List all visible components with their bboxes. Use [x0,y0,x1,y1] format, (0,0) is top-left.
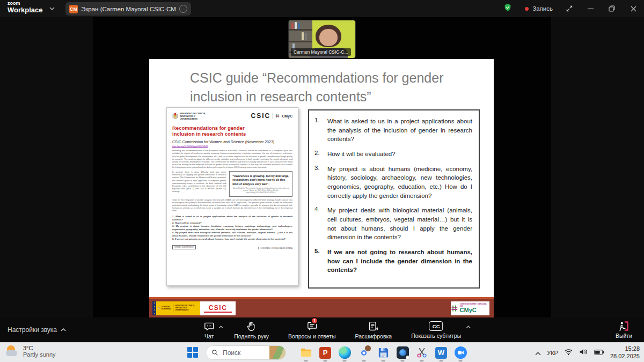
chat-chevron-up-icon[interactable] [218,323,223,330]
powerpoint-icon: P [319,347,331,359]
zoom-control-bar: Настройки звука Чат Поднять руку 1 Вопро… [0,317,644,342]
doc-footer-address: C/ SERRANO, 117 28006 MADRID ESPAÑA [258,247,292,249]
taskbar-dark-app[interactable] [393,343,412,362]
recording-indicator[interactable]: Запись [518,0,559,17]
tray-chevron-up-icon[interactable] [535,348,541,358]
tab-more-button[interactable]: … [179,5,187,13]
security-shield-icon[interactable] [503,3,512,14]
captions-label: Показать субтитры [411,333,461,339]
volume-icon[interactable] [579,348,588,358]
speaker-video-thumbnail[interactable]: Carmen Mayoral CSIC-C... [289,20,355,58]
taskbar-powerpoint[interactable]: P [316,343,335,362]
questions-box: 1. What is asked to us in a project appl… [308,109,480,289]
tab-label: Экран (Carmen Mayoral CSIC-CM [81,6,176,12]
chat-button[interactable]: Чат [203,321,215,339]
cc-icon: CC [429,321,443,331]
meeting-stage: Carmen Mayoral CSIC-C... CSIC guide “Rec… [0,17,644,317]
raise-hand-button[interactable]: Поднять руку [234,321,269,339]
eu-flag-strip [152,301,156,315]
doc-doi-link[interactable]: https://doi.org/10.20350/digitalCSIC/165… [172,145,292,147]
qa-badge: 1 [311,317,318,324]
battery-icon[interactable] [594,348,604,358]
zoom-workplace-logo: zoom Workplace [8,1,43,13]
language-indicator[interactable]: УКР [547,350,558,356]
raise-hand-label: Поднять руку [234,333,269,339]
audio-settings-button[interactable]: Настройки звука [8,326,66,334]
exit-door-icon [618,321,630,331]
doc-subtitle: CSIC Commission for Women and Science (N… [172,140,292,144]
ministerio-label: MINISTERIO DE CIENCIA, INNOVACIÓN Y UNIV… [175,305,199,311]
doc-quote-box: “Awareness is growing, but by and large,… [229,171,292,197]
taskbar-save-app[interactable] [374,343,393,362]
cmyc-logo: CMyC [282,114,292,118]
doc-paragraph-2: In general, there is great difficulty (a… [172,171,226,197]
word-icon: W [435,347,447,359]
weather-widget[interactable]: 3°C Partly sunny [5,344,56,358]
zoom-app-icon [455,346,467,359]
captions-button[interactable]: CC Показать субтитры [411,321,461,339]
doc-footer-email: CORREO ELECTRÓNICO [172,245,196,249]
csic-logo: CSIC [251,112,270,120]
folder-icon [300,346,312,359]
tab-avatar: CM [69,5,78,13]
date-label: 28.02.2025 [610,353,640,360]
spain-coat-of-arms-icon [158,305,160,312]
question-item-5: 5. If we are not going to research about… [314,248,472,275]
transcript-label: Расшифровка [355,333,392,339]
chevron-up-icon [61,328,66,331]
doc-quote-citation: Gibney, Elizabeth. “The researcher fight… [232,188,289,194]
brand-chevron-down-icon[interactable] [49,5,55,12]
doc-list-item: 5- If we are not going to research about… [172,238,292,241]
audio-settings-label: Настройки звука [8,326,57,334]
leave-label: Выйти [616,333,632,339]
restore-button[interactable] [601,0,623,17]
close-button[interactable] [623,0,644,17]
chrome-icon [358,346,370,359]
captions-chevron-up-icon[interactable] [466,323,471,330]
transcript-button[interactable]: Расшифровка [355,321,392,339]
taskbar-file-explorer[interactable] [296,343,316,362]
question-item-2: 2. How it will be evaluated? [314,150,472,159]
taskbar-snipping-tool[interactable] [412,343,431,362]
temperature-label: 3°C [23,345,56,351]
speaker-name-label: Carmen Mayoral CSIC-C... [291,48,351,56]
taskbar-clock[interactable]: 15:28 28.02.2025 [610,345,640,360]
taskbar-zoom[interactable] [451,343,470,362]
cmyc-icon [451,305,458,312]
search-label: Поиск [223,349,265,357]
dark-app-icon [397,346,409,359]
taskbar-chrome[interactable] [354,343,374,362]
cmyc-icon [275,114,280,118]
taskbar-word[interactable]: W [431,343,451,362]
doc-paragraph-3: Tools for the integration of gender anal… [172,199,292,213]
qa-label: Вопросы и ответы [288,333,335,339]
taskbar-edge[interactable] [335,343,354,362]
weather-condition-label: Partly sunny [23,351,56,358]
question-item-1: 1. What is asked to us in a project appl… [314,117,472,144]
search-daily-image[interactable] [269,345,286,360]
fullscreen-button[interactable] [559,0,580,17]
question-item-3: 3. My project is about humans (medicine,… [314,165,472,201]
raised-hand-icon [246,321,257,332]
doc-quote: “Awareness is growing, but by and large,… [232,174,289,186]
slide-title: CSIC guide “Recommendations for gender i… [190,69,486,106]
guide-document-preview: MINISTERIO DE CIENCIA, INNOVACIÓN Y UNIV… [166,107,298,286]
minimize-button[interactable] [580,0,601,17]
slide-footer-banner: GOBIERNO DE ESPAÑA MINISTERIO DE CIENCIA… [149,297,494,317]
transcript-icon [368,321,379,332]
brand-zoom: zoom [8,1,43,6]
shared-screen-tab[interactable]: CM Экран (Carmen Mayoral CSIC-CM … [65,2,191,16]
gobierno-espana-logo: GOBIERNO DE ESPAÑA MINISTERIO DE CIENCIA… [156,301,200,315]
doc-list-item: 4- My project deals with biological mate… [172,231,292,238]
ministry-name: MINISTERIO DE CIENCIA, INNOVACIÓN Y UNIV… [180,112,211,121]
wifi-icon[interactable] [564,348,573,358]
brand-workplace: Workplace [8,6,43,13]
leave-meeting-button[interactable]: Выйти [616,321,632,339]
doc-list-item: 3- My project, is about humans (medicine… [172,225,292,231]
doc-question-list: 1- What is asked to us in project applic… [172,215,292,240]
windows-taskbar: 3°C Partly sunny Поиск P [0,342,644,362]
taskbar-search[interactable]: Поиск [206,345,286,360]
qa-button[interactable]: 1 Вопросы и ответы [288,321,335,339]
start-button[interactable] [187,347,199,358]
doc-paragraph-1: Following the recommendations of the Eur… [172,150,292,169]
